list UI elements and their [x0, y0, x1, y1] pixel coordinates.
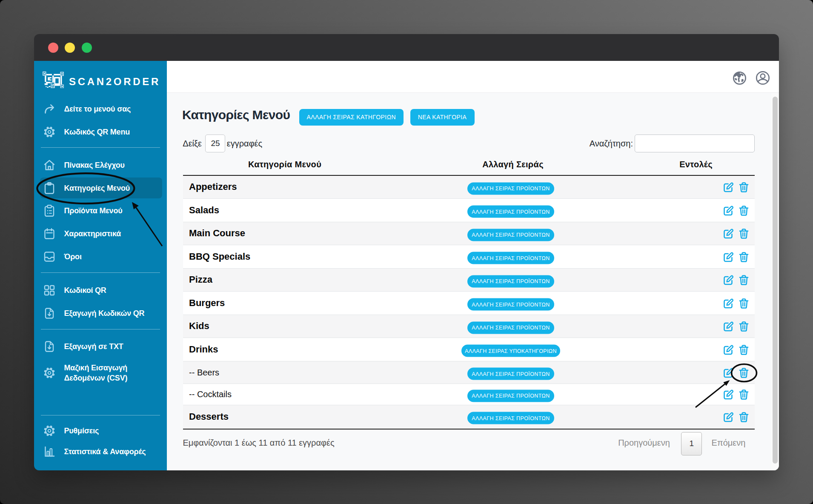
svg-text:2: 2	[52, 83, 54, 87]
